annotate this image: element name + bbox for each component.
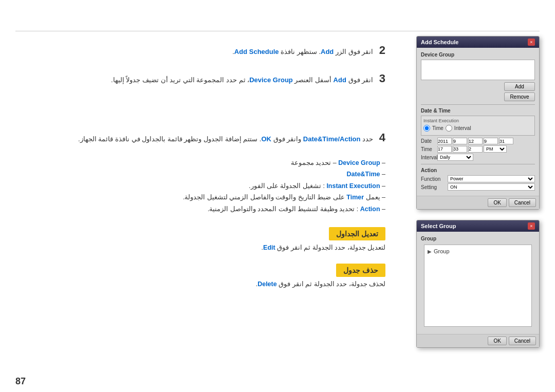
- instant-exec-label: Instant Execution: [423, 118, 532, 123]
- function-row: Function Power Volume: [421, 175, 535, 182]
- edit-desc: لتعديل جدولة، حدد الجدولة ثم انقر فوق Ed…: [15, 244, 385, 251]
- select-group-dialog: Select Group × Group ▶ Group OK Cancel: [416, 220, 540, 348]
- delete-heading: حذف جدول: [336, 264, 385, 277]
- right-panel: Add Schedule × Device Group Add Remove D…: [416, 31, 540, 348]
- bullet-instant-exec: Instant Execution : تشغيل الجدولة على ال…: [15, 180, 385, 192]
- divider1: [421, 104, 535, 105]
- date-input-year[interactable]: [437, 138, 452, 144]
- time-input-s[interactable]: [468, 146, 483, 153]
- dialog-title-select: Select Group: [421, 223, 456, 229]
- function-select[interactable]: Power Volume: [448, 175, 535, 182]
- interval-row-label: Interval: [421, 155, 436, 160]
- interval-row: Interval Daily Weekly Monthly: [421, 154, 535, 161]
- step-4-number: 4: [379, 131, 385, 144]
- dialog-body-add: Device Group Add Remove Date & Time Inst…: [417, 48, 539, 196]
- dialog-titlebar-add: Add Schedule ×: [417, 36, 539, 48]
- dialog-footer-add: OK Cancel: [417, 196, 539, 209]
- add-schedule-dialog: Add Schedule × Device Group Add Remove D…: [416, 36, 540, 210]
- function-label: Function: [421, 176, 446, 182]
- bullet-datetime: Date&Time: [15, 169, 385, 180]
- device-group-label: Device Group: [421, 52, 535, 58]
- date-input-m1[interactable]: [453, 138, 467, 144]
- step2-add-highlight: Add: [321, 48, 334, 55]
- date-row: Date: [421, 138, 535, 144]
- step-2-text: انقر فوق الزر Add. ستظهر نافذة Add Sched…: [232, 48, 373, 55]
- ok-btn-add[interactable]: OK: [488, 198, 506, 207]
- time-input-m[interactable]: [453, 146, 467, 153]
- time-input-h[interactable]: [437, 146, 452, 153]
- setting-label: Setting: [421, 184, 446, 190]
- date-row-label: Date: [421, 138, 436, 144]
- step-3-text: انقر فوق Add أسفل العنصر Device Group، ث…: [111, 76, 373, 84]
- group-tree-item[interactable]: ▶ Group: [428, 248, 528, 254]
- dialog-titlebar-select: Select Group ×: [417, 220, 539, 232]
- group-label: Group: [421, 236, 535, 241]
- bullet-list: Device Group – تحديد مجموعة Date&Time In…: [15, 157, 385, 215]
- group-tree-label: Group: [434, 248, 450, 254]
- step4-dt-highlight: Date&Time/Action: [303, 135, 361, 143]
- step4-ok-highlight: OK: [261, 135, 271, 143]
- delete-desc: لحذف جدولة، حدد الجدولة ثم انقر فوق Dele…: [15, 280, 385, 288]
- radio-interval[interactable]: [446, 125, 452, 132]
- dialog-title-add: Add Schedule: [421, 39, 458, 45]
- cancel-btn-select[interactable]: Cancel: [509, 337, 536, 345]
- date-input-m2[interactable]: [468, 138, 483, 144]
- bullet-device-group: Device Group – تحديد مجموعة: [15, 157, 385, 169]
- step-3: 3 انقر فوق Add أسفل العنصر Device Group،…: [15, 69, 385, 87]
- dialog-footer-select: OK Cancel: [417, 334, 539, 347]
- radio-time[interactable]: [423, 125, 430, 132]
- action-section-label: Action: [421, 167, 535, 173]
- ok-btn-select[interactable]: OK: [488, 337, 506, 345]
- text-section: 2 انقر فوق الزر Add. ستظهر نافذة Add Sch…: [15, 31, 385, 290]
- time-row-label: Time: [421, 146, 436, 152]
- add-group-btn[interactable]: Add: [504, 82, 535, 91]
- radio-time-label: Time: [432, 125, 443, 131]
- divider2: [421, 164, 535, 164]
- step-4-text: حدد Date&Time/Action وانقر فوق OK. ستتم …: [78, 135, 373, 143]
- step3-dg-highlight: Device Group: [249, 76, 293, 84]
- date-time-label: Date & Time: [421, 108, 535, 114]
- radio-interval-label: Interval: [454, 125, 471, 131]
- setting-row: Setting ON OFF: [421, 183, 535, 191]
- group-tree-area: ▶ Group: [424, 245, 532, 327]
- step-3-number: 3: [379, 72, 385, 85]
- step2-schedule-highlight: Add Schedule: [234, 48, 279, 55]
- time-ampm-select[interactable]: PM AM: [484, 145, 507, 153]
- step-2-number: 2: [379, 44, 385, 57]
- cancel-btn-add[interactable]: Cancel: [509, 198, 536, 207]
- radio-time-row: Time Interval: [423, 125, 532, 132]
- remove-group-btn[interactable]: Remove: [504, 92, 535, 101]
- interval-select[interactable]: Daily Weekly Monthly: [437, 154, 473, 161]
- page-number: 87: [15, 376, 26, 387]
- date-input-m4[interactable]: [499, 138, 513, 144]
- dialog-close-add[interactable]: ×: [528, 39, 535, 46]
- main-content: 2 انقر فوق الزر Add. ستظهر نافذة Add Sch…: [15, 31, 540, 382]
- device-group-input: [421, 60, 535, 80]
- tree-expand-icon: ▶: [428, 249, 432, 254]
- dialog-body-select: Group ▶ Group: [417, 232, 539, 334]
- instant-exec-box: Instant Execution Time Interval: [421, 116, 535, 136]
- step-4: 4 حدد Date&Time/Action وانقر فوق OK. ستت…: [15, 128, 385, 146]
- step3-add-highlight: Add: [334, 76, 346, 84]
- time-row: Time PM AM: [421, 145, 535, 153]
- dialog-close-select[interactable]: ×: [528, 222, 535, 230]
- setting-select[interactable]: ON OFF: [448, 183, 535, 191]
- bullet-timer: يعمل Timer على ضبط التاريخ والوقت والفاص…: [15, 192, 385, 203]
- edit-heading: تعديل الجداول: [329, 227, 385, 240]
- bullet-action: Action : تحديد وظيفة لتنشيط الوقت المحدد…: [15, 203, 385, 215]
- date-input-m3[interactable]: [484, 138, 498, 144]
- step-2: 2 انقر فوق الزر Add. ستظهر نافذة Add Sch…: [15, 41, 385, 59]
